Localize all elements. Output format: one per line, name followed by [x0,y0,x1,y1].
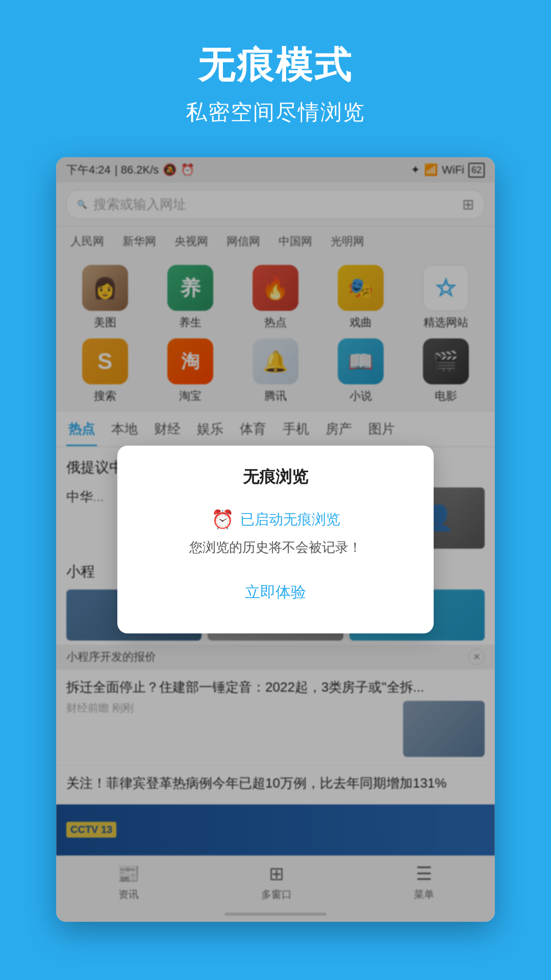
dialog-main-text: 已启动无痕浏览 [240,510,340,529]
incognito-dialog: 无痕浏览 ⏰ 已启动无痕浏览 您浏览的历史将不会被记录！ 立即体验 [117,446,434,633]
phone-mockup: 下午4:24 | 86.2K/s 🔕 ⏰ ✦ 📶 WiFi 62 🔍 搜索或输入… [56,157,495,922]
hero-title: 无痕模式 [20,41,531,90]
hero-section: 无痕模式 私密空间尽情浏览 [0,0,551,157]
hero-subtitle: 私密空间尽情浏览 [20,98,531,127]
dialog-experience-button[interactable]: 立即体验 [138,577,413,608]
dialog-title: 无痕浏览 [138,466,413,488]
dialog-icon-row: ⏰ 已启动无痕浏览 [138,509,413,530]
dialog-overlay: 无痕浏览 ⏰ 已启动无痕浏览 您浏览的历史将不会被记录！ 立即体验 [56,157,495,922]
dialog-sub-text: 您浏览的历史将不会被记录！ [138,538,413,556]
dialog-clock-icon: ⏰ [211,509,234,530]
